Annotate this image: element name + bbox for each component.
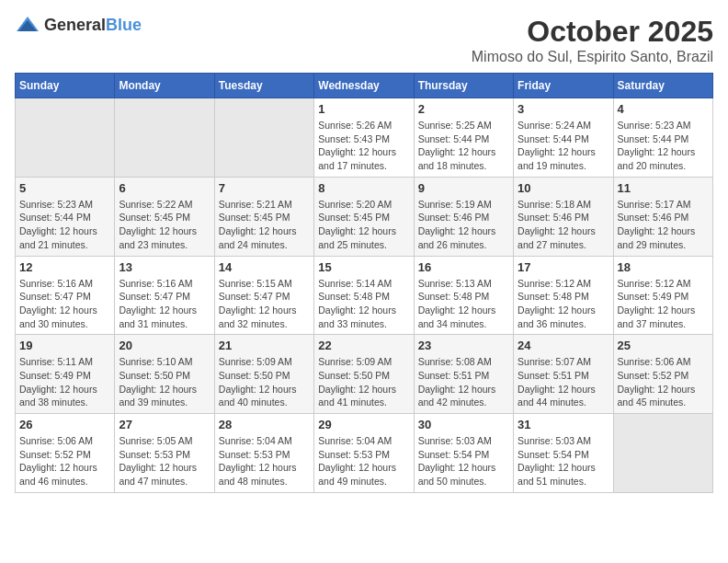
day-number: 18 xyxy=(618,260,709,274)
day-info: Sunrise: 5:06 AMSunset: 5:52 PMDaylight:… xyxy=(19,434,110,488)
day-info: Sunrise: 5:03 AMSunset: 5:54 PMDaylight:… xyxy=(518,434,609,488)
calendar-cell: 6Sunrise: 5:22 AMSunset: 5:45 PMDaylight… xyxy=(115,177,214,256)
day-number: 21 xyxy=(219,339,310,352)
location-title: Mimoso do Sul, Espirito Santo, Brazil xyxy=(472,49,713,65)
day-number: 23 xyxy=(418,339,509,352)
day-number: 9 xyxy=(418,181,509,195)
calendar-week-row: 1Sunrise: 5:26 AMSunset: 5:43 PMDaylight… xyxy=(16,98,713,178)
day-info: Sunrise: 5:26 AMSunset: 5:43 PMDaylight:… xyxy=(318,119,409,173)
calendar-cell: 11Sunrise: 5:17 AMSunset: 5:46 PMDayligh… xyxy=(613,177,712,256)
calendar-cell: 9Sunrise: 5:19 AMSunset: 5:46 PMDaylight… xyxy=(414,177,513,256)
weekday-header-cell: Thursday xyxy=(414,74,513,98)
day-number: 30 xyxy=(418,418,509,431)
month-title: October 2025 xyxy=(472,15,713,49)
day-info: Sunrise: 5:23 AMSunset: 5:44 PMDaylight:… xyxy=(19,198,110,252)
logo: GeneralBlue xyxy=(15,15,142,35)
day-info: Sunrise: 5:21 AMSunset: 5:45 PMDaylight:… xyxy=(219,198,310,252)
day-number: 6 xyxy=(119,181,210,195)
page-header: GeneralBlue October 2025 Mimoso do Sul, … xyxy=(15,15,713,65)
day-info: Sunrise: 5:25 AMSunset: 5:44 PMDaylight:… xyxy=(418,119,509,173)
calendar-cell: 13Sunrise: 5:16 AMSunset: 5:47 PMDayligh… xyxy=(115,256,214,335)
day-number: 14 xyxy=(219,260,310,274)
day-number: 24 xyxy=(518,339,609,352)
day-number: 26 xyxy=(19,418,110,431)
day-info: Sunrise: 5:07 AMSunset: 5:51 PMDaylight:… xyxy=(518,355,609,409)
calendar-body: 1Sunrise: 5:26 AMSunset: 5:43 PMDaylight… xyxy=(16,98,713,493)
day-info: Sunrise: 5:04 AMSunset: 5:53 PMDaylight:… xyxy=(219,434,310,488)
day-info: Sunrise: 5:23 AMSunset: 5:44 PMDaylight:… xyxy=(618,119,709,173)
day-info: Sunrise: 5:06 AMSunset: 5:52 PMDaylight:… xyxy=(618,355,709,409)
calendar-cell: 7Sunrise: 5:21 AMSunset: 5:45 PMDaylight… xyxy=(214,177,313,256)
day-info: Sunrise: 5:08 AMSunset: 5:51 PMDaylight:… xyxy=(418,355,509,409)
calendar-week-row: 19Sunrise: 5:11 AMSunset: 5:49 PMDayligh… xyxy=(16,335,713,414)
day-number: 5 xyxy=(19,181,110,195)
calendar-cell xyxy=(613,414,712,493)
calendar-cell: 5Sunrise: 5:23 AMSunset: 5:44 PMDaylight… xyxy=(16,177,115,256)
calendar-week-row: 5Sunrise: 5:23 AMSunset: 5:44 PMDaylight… xyxy=(16,177,713,256)
weekday-header-cell: Wednesday xyxy=(314,74,414,98)
logo-icon xyxy=(15,15,40,35)
day-info: Sunrise: 5:19 AMSunset: 5:46 PMDaylight:… xyxy=(418,198,509,252)
day-info: Sunrise: 5:15 AMSunset: 5:47 PMDaylight:… xyxy=(219,277,310,331)
weekday-header-cell: Saturday xyxy=(613,74,712,98)
day-number: 19 xyxy=(19,339,110,352)
calendar-week-row: 12Sunrise: 5:16 AMSunset: 5:47 PMDayligh… xyxy=(16,256,713,335)
day-number: 22 xyxy=(318,339,409,352)
day-info: Sunrise: 5:24 AMSunset: 5:44 PMDaylight:… xyxy=(518,119,609,173)
weekday-header-cell: Friday xyxy=(514,74,613,98)
calendar-cell: 23Sunrise: 5:08 AMSunset: 5:51 PMDayligh… xyxy=(414,335,513,414)
calendar-cell: 8Sunrise: 5:20 AMSunset: 5:45 PMDaylight… xyxy=(314,177,414,256)
calendar-cell: 26Sunrise: 5:06 AMSunset: 5:52 PMDayligh… xyxy=(16,414,115,493)
title-area: October 2025 Mimoso do Sul, Espirito San… xyxy=(472,15,713,65)
day-number: 20 xyxy=(119,339,210,352)
calendar-cell: 25Sunrise: 5:06 AMSunset: 5:52 PMDayligh… xyxy=(613,335,712,414)
calendar-cell xyxy=(115,98,214,178)
weekday-header-cell: Monday xyxy=(115,74,214,98)
day-number: 11 xyxy=(618,181,709,195)
day-number: 15 xyxy=(318,260,409,274)
calendar-cell: 28Sunrise: 5:04 AMSunset: 5:53 PMDayligh… xyxy=(214,414,313,493)
calendar-cell: 18Sunrise: 5:12 AMSunset: 5:49 PMDayligh… xyxy=(613,256,712,335)
calendar-cell: 15Sunrise: 5:14 AMSunset: 5:48 PMDayligh… xyxy=(314,256,414,335)
day-info: Sunrise: 5:09 AMSunset: 5:50 PMDaylight:… xyxy=(219,355,310,409)
day-info: Sunrise: 5:14 AMSunset: 5:48 PMDaylight:… xyxy=(318,277,409,331)
calendar-cell: 16Sunrise: 5:13 AMSunset: 5:48 PMDayligh… xyxy=(414,256,513,335)
day-number: 12 xyxy=(19,260,110,274)
day-number: 17 xyxy=(518,260,609,274)
calendar-cell: 27Sunrise: 5:05 AMSunset: 5:53 PMDayligh… xyxy=(115,414,214,493)
calendar-cell: 12Sunrise: 5:16 AMSunset: 5:47 PMDayligh… xyxy=(16,256,115,335)
calendar-table: SundayMondayTuesdayWednesdayThursdayFrid… xyxy=(15,73,713,493)
day-info: Sunrise: 5:13 AMSunset: 5:48 PMDaylight:… xyxy=(418,277,509,331)
calendar-cell: 2Sunrise: 5:25 AMSunset: 5:44 PMDaylight… xyxy=(414,98,513,178)
day-info: Sunrise: 5:17 AMSunset: 5:46 PMDaylight:… xyxy=(618,198,709,252)
day-number: 28 xyxy=(219,418,310,431)
day-info: Sunrise: 5:11 AMSunset: 5:49 PMDaylight:… xyxy=(19,355,110,409)
day-number: 29 xyxy=(318,418,409,431)
calendar-cell: 20Sunrise: 5:10 AMSunset: 5:50 PMDayligh… xyxy=(115,335,214,414)
calendar-week-row: 26Sunrise: 5:06 AMSunset: 5:52 PMDayligh… xyxy=(16,414,713,493)
calendar-cell: 4Sunrise: 5:23 AMSunset: 5:44 PMDaylight… xyxy=(613,98,712,178)
day-number: 13 xyxy=(119,260,210,274)
day-number: 7 xyxy=(219,181,310,195)
calendar-cell: 24Sunrise: 5:07 AMSunset: 5:51 PMDayligh… xyxy=(514,335,613,414)
calendar-cell: 3Sunrise: 5:24 AMSunset: 5:44 PMDaylight… xyxy=(514,98,613,178)
day-info: Sunrise: 5:20 AMSunset: 5:45 PMDaylight:… xyxy=(318,198,409,252)
day-number: 25 xyxy=(618,339,709,352)
calendar-cell: 17Sunrise: 5:12 AMSunset: 5:48 PMDayligh… xyxy=(514,256,613,335)
day-info: Sunrise: 5:03 AMSunset: 5:54 PMDaylight:… xyxy=(418,434,509,488)
calendar-cell: 29Sunrise: 5:04 AMSunset: 5:53 PMDayligh… xyxy=(314,414,414,493)
weekday-header-cell: Sunday xyxy=(16,74,115,98)
day-number: 1 xyxy=(318,102,409,116)
weekday-header-cell: Tuesday xyxy=(214,74,313,98)
day-number: 8 xyxy=(318,181,409,195)
day-info: Sunrise: 5:12 AMSunset: 5:48 PMDaylight:… xyxy=(518,277,609,331)
day-number: 2 xyxy=(418,102,509,116)
day-info: Sunrise: 5:22 AMSunset: 5:45 PMDaylight:… xyxy=(119,198,210,252)
calendar-cell xyxy=(16,98,115,178)
day-info: Sunrise: 5:09 AMSunset: 5:50 PMDaylight:… xyxy=(318,355,409,409)
day-info: Sunrise: 5:18 AMSunset: 5:46 PMDaylight:… xyxy=(518,198,609,252)
day-info: Sunrise: 5:16 AMSunset: 5:47 PMDaylight:… xyxy=(119,277,210,331)
weekday-header-row: SundayMondayTuesdayWednesdayThursdayFrid… xyxy=(16,74,713,98)
calendar-cell: 31Sunrise: 5:03 AMSunset: 5:54 PMDayligh… xyxy=(514,414,613,493)
calendar-cell: 30Sunrise: 5:03 AMSunset: 5:54 PMDayligh… xyxy=(414,414,513,493)
